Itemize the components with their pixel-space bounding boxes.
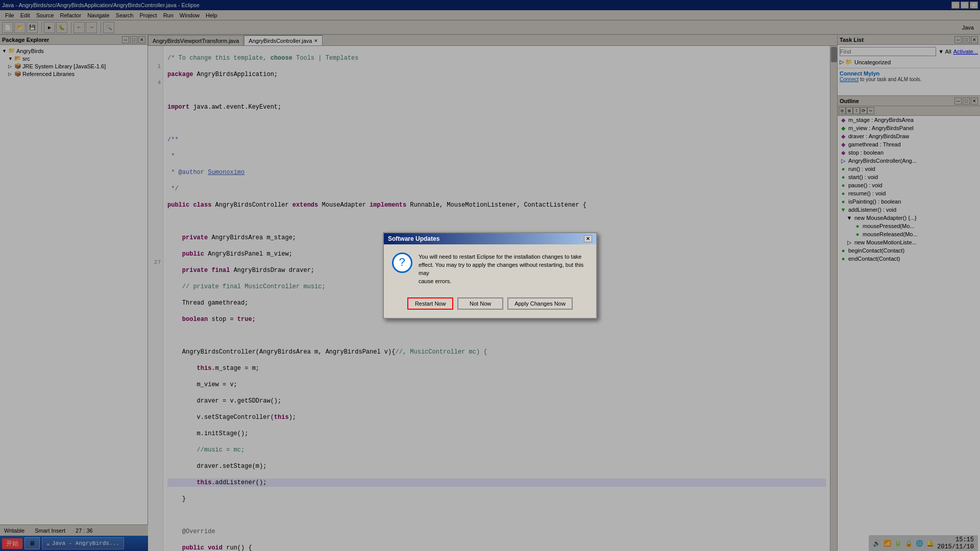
restart-now-button[interactable]: Restart Now bbox=[407, 297, 453, 310]
modal-icon-symbol: ? bbox=[399, 257, 405, 269]
modal-button-area: Restart Now Not Now Apply Changes Now bbox=[384, 293, 596, 318]
modal-info-icon: ? bbox=[392, 253, 412, 273]
software-updates-dialog: Software Updates ✕ ? You will need to re… bbox=[383, 232, 597, 319]
not-now-button[interactable]: Not Now bbox=[457, 297, 503, 310]
modal-message: You will need to restart Eclipse for the… bbox=[419, 253, 588, 285]
modal-title: Software Updates bbox=[388, 235, 439, 242]
modal-body: ? You will need to restart Eclipse for t… bbox=[384, 244, 596, 293]
modal-title-bar: Software Updates ✕ bbox=[384, 233, 596, 244]
modal-overlay: Software Updates ✕ ? You will need to re… bbox=[0, 0, 980, 551]
apply-changes-button[interactable]: Apply Changes Now bbox=[507, 297, 573, 310]
modal-close-button[interactable]: ✕ bbox=[584, 235, 592, 242]
